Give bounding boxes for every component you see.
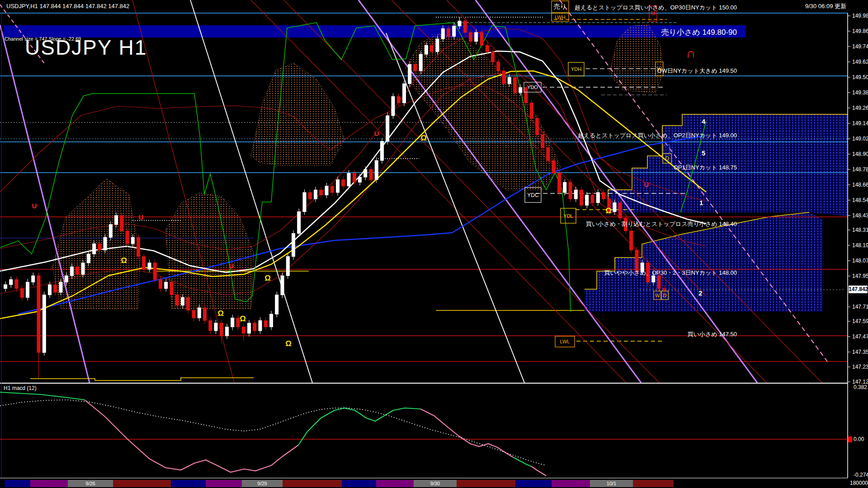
u-marker-icon: U	[139, 213, 144, 221]
window-title: USDJPY,H1 147.844 147.844 147.842 147.84…	[6, 3, 129, 9]
level-label-text: YDH	[571, 66, 581, 72]
price-axis-label: 147.235	[852, 364, 868, 370]
date-segment	[342, 480, 376, 487]
level-label-text: YDO	[527, 84, 538, 90]
date-segment	[283, 480, 342, 487]
chart-window[interactable]: ΩΩΩΩΩΩΩUUUUU∩売りLWHMYDHWYDOYDCYDLDLWLWD14…	[0, 0, 868, 488]
arc-marker-icon: ∩	[686, 46, 696, 61]
date-label: 9/29	[242, 480, 283, 487]
date-segment	[5, 480, 30, 487]
price-axis-label: 148.070	[852, 258, 868, 264]
trend-line	[132, 0, 234, 383]
price-axis-label: 147.950	[852, 273, 868, 279]
level-label-text: YDL	[563, 213, 573, 219]
price-axis-label: 147.715	[852, 304, 868, 310]
price-axis-label: 148.785	[852, 166, 868, 173]
price-chart-canvas[interactable]: ΩΩΩΩΩΩΩUUUUU∩売りLWHMYDHWYDOYDCYDLDLWLWD14…	[0, 0, 868, 488]
macd-signal-line	[0, 400, 546, 465]
date-segment: 9/29	[242, 480, 283, 487]
date-segment	[457, 480, 515, 487]
macd-axis-label: 0.382	[854, 384, 867, 390]
price-axis-label: 147.355	[852, 349, 868, 355]
price-axis-label: 149.620	[852, 59, 868, 65]
macd-axis-label: -0.274	[854, 472, 868, 478]
price-axis-label: 149.145	[852, 120, 868, 127]
level-label-text: W	[655, 293, 660, 298]
update-timestamp: 9/30 06:09 更新	[805, 2, 846, 10]
price-axis-label: 149.025	[852, 136, 868, 142]
ichimoku-cloud-orange	[251, 63, 344, 165]
u-marker-icon: U	[32, 202, 37, 210]
count-label: 2	[698, 289, 702, 297]
macd-line	[531, 466, 546, 476]
date-segment	[552, 480, 590, 487]
omega-marker-icon: Ω	[605, 206, 612, 215]
level-label-text: YDC	[527, 192, 539, 198]
macd-line	[85, 400, 298, 472]
price-axis-label: 148.905	[852, 151, 868, 157]
price-axis-label: 149.380	[852, 89, 868, 96]
price-axis-label: 147.595	[852, 318, 868, 324]
date-segment: 9/30	[414, 480, 457, 487]
omega-marker-icon: Ω	[420, 134, 427, 142]
ichimoku-cloud-orange	[165, 193, 254, 309]
order-annotation: OW日NYカット大きめ 149.50	[657, 67, 737, 75]
price-axis-label: 147.475	[852, 333, 868, 340]
macd-panel[interactable]: 0.3820.00-0.274	[0, 384, 868, 478]
order-annotation: OP1日NYカット 148.75	[674, 164, 737, 172]
price-axis-label: 149.260	[852, 105, 868, 111]
date-segment	[30, 480, 68, 487]
count-label: 4	[702, 117, 705, 125]
volume-label: 180000	[850, 480, 868, 486]
macd-axis-label: 0.00	[854, 436, 864, 442]
price-axis-label: 149.740	[852, 43, 868, 50]
date-segment	[515, 480, 552, 487]
level-label-text: LWH	[555, 14, 566, 20]
level-label-text: D	[663, 293, 667, 298]
date-segment	[113, 480, 171, 487]
date-segment: 9/26	[68, 480, 113, 487]
order-annotation: 買い小さめ 147.50	[688, 330, 737, 338]
order-annotation: 買いやや小さめ、OP30・2・3日NYカット 148.00	[604, 269, 737, 277]
yellow-step-line	[30, 378, 254, 380]
price-axis-label: 148.430	[852, 212, 868, 219]
level-label-text: D	[665, 155, 669, 162]
omega-marker-icon: Ω	[285, 339, 292, 348]
macd-indicator-label: H1 macd (12)	[4, 385, 37, 391]
date-segment	[633, 480, 674, 487]
date-segment: 10/1	[590, 480, 633, 487]
order-annotation: 超えるとストップロス買い小さめ、OP2日NYカット 149.00	[578, 131, 737, 140]
date-segment	[171, 480, 206, 487]
price-axis-label: 148.665	[852, 182, 868, 188]
ichimoku-cloud-orange	[406, 34, 561, 190]
date-label: 10/1	[590, 480, 633, 487]
current-price-tag: 147.842	[849, 286, 868, 293]
level-label-text: 売り	[554, 3, 566, 10]
level-label-text: LWL	[560, 339, 570, 344]
date-label: 9/30	[414, 480, 457, 487]
macd-line	[0, 392, 85, 400]
trend-line	[359, 0, 641, 383]
price-axis-label: 148.545	[852, 197, 868, 203]
omega-marker-icon: Ω	[121, 256, 127, 265]
date-segment	[376, 480, 414, 487]
macd-line	[420, 409, 513, 457]
price-axis-label: 149.860	[852, 28, 868, 34]
count-label: 5	[702, 149, 705, 157]
order-annotation: 超えるとストップロス買い小さめ、OP30日NYカット 150.00	[575, 4, 737, 12]
omega-marker-icon: Ω	[264, 274, 271, 282]
price-axis-label: 148.310	[852, 227, 868, 233]
order-annotation: 買い小さめ・割り込むとストップロス売り小さめ 148.40	[586, 220, 737, 228]
count-label: 1	[699, 199, 703, 206]
u-marker-icon: U	[229, 262, 234, 270]
macd-line	[513, 457, 531, 466]
price-axis-label: 148.190	[852, 242, 868, 249]
date-label: 9/26	[68, 480, 113, 487]
omega-marker-icon: Ω	[240, 314, 246, 323]
sell-zone-banner-label: 売り小さめ 149.80-90	[661, 27, 737, 38]
price-axis-label: 149.500	[852, 74, 868, 80]
omega-marker-icon: Ω	[217, 309, 224, 318]
u-marker-icon: U	[374, 130, 379, 137]
symbol-timeframe-watermark: USDJPY H1	[25, 35, 147, 60]
price-axis-label: 149.980	[852, 13, 868, 19]
